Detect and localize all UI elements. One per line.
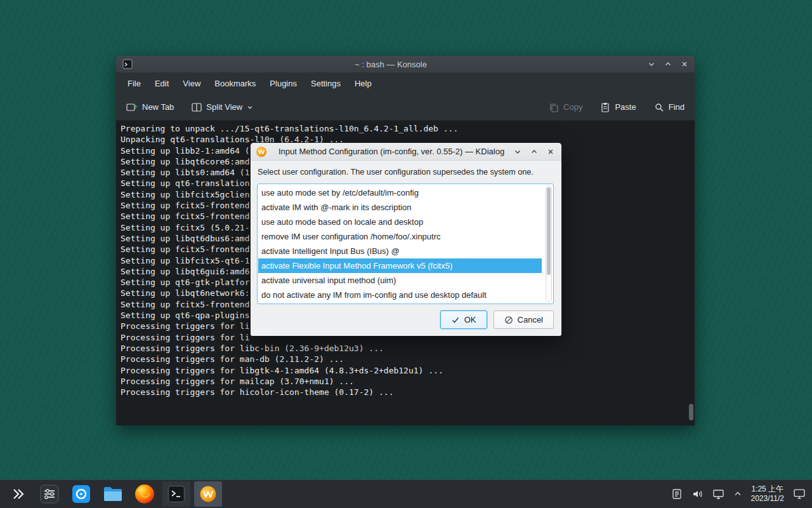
new-tab-label: New Tab	[142, 102, 174, 112]
list-scrollbar[interactable]	[546, 185, 552, 302]
cancel-button[interactable]: Cancel	[494, 311, 554, 329]
new-tab-button[interactable]: New Tab	[126, 102, 174, 112]
split-view-icon	[192, 102, 202, 112]
paste-button[interactable]: Paste	[600, 102, 636, 112]
maximize-button[interactable]	[662, 58, 674, 70]
menu-item[interactable]: Settings	[304, 76, 348, 91]
list-item[interactable]: remove IM user configuration /home/foo/.…	[258, 229, 542, 244]
list-item[interactable]: activate Intelligent Input Bus (IBus) @	[258, 244, 542, 258]
show-desktop-button[interactable]	[793, 488, 806, 500]
menu-item[interactable]: Help	[348, 76, 379, 91]
find-button[interactable]: Find	[654, 102, 684, 112]
menu-item[interactable]: Plugins	[263, 76, 304, 91]
chevron-up-icon	[733, 490, 742, 498]
folder-icon	[103, 486, 123, 502]
firefox-launcher[interactable]	[131, 481, 159, 507]
menu-item[interactable]: View	[176, 76, 207, 91]
konsole-task[interactable]	[162, 481, 190, 507]
dialog-window-controls	[512, 146, 556, 157]
terminal-line: Processing triggers for libgtk-4-1:amd64…	[121, 365, 695, 376]
maximize-icon	[530, 148, 538, 156]
list-item-label: remove IM user configuration /home/foo/.…	[261, 232, 441, 241]
copy-label: Copy	[563, 102, 582, 112]
menu-bar: File Edit View Bookmarks Plugins Setting…	[116, 72, 695, 94]
im-config-list[interactable]: use auto mode set by /etc/default/im-con…	[257, 184, 554, 304]
clipboard-icon	[671, 488, 683, 500]
ok-button[interactable]: OK	[440, 311, 487, 329]
list-item[interactable]: use auto mode based on locale and deskto…	[258, 215, 542, 229]
blue-app-icon	[72, 485, 91, 504]
terminal-line: Processing triggers for libc-bin (2.36-9…	[121, 343, 695, 354]
volume-tray-button[interactable]	[691, 488, 704, 500]
app-launcher-button[interactable]	[4, 481, 32, 507]
chevron-down-icon	[247, 104, 253, 110]
terminal-line: Preparing to unpack .../15-qt6-translati…	[121, 123, 695, 134]
menu-item[interactable]: Bookmarks	[207, 76, 263, 91]
terminal-prompt-line: foo@foo-standardpcq35ich92009:~$	[121, 398, 695, 408]
konsole-icon	[167, 485, 185, 503]
find-label: Find	[669, 102, 684, 112]
display-tray-button[interactable]	[712, 489, 724, 500]
terminal-line: Processing triggers for man-db (2.11.2-2…	[121, 354, 695, 364]
clock[interactable]: 1:25 上午 2023/11/2	[751, 485, 785, 504]
list-scrollbar-thumb[interactable]	[547, 187, 551, 275]
clipboard-tray-button[interactable]	[671, 488, 683, 500]
terminal-scrollbar[interactable]	[688, 121, 693, 425]
terminal-line: Processing triggers for hicolor-icon-the…	[121, 387, 695, 398]
file-manager-launcher[interactable]	[99, 481, 127, 507]
kdialog-task[interactable]	[194, 481, 222, 507]
list-item[interactable]: do not activate any IM from im-config an…	[258, 288, 542, 302]
menu-item[interactable]: File	[121, 76, 148, 91]
konsole-app-icon	[122, 59, 133, 69]
clock-time: 1:25 上午	[751, 485, 785, 494]
tray-expander-button[interactable]	[733, 490, 742, 498]
desktop: { "konsole": { "title": "~ : bash — Kons…	[0, 0, 812, 508]
close-icon	[681, 60, 688, 68]
kdialog-titlebar[interactable]: Input Method Configuration (im-config, v…	[251, 143, 561, 161]
menu-item[interactable]: Edit	[148, 76, 176, 91]
paste-icon	[600, 102, 610, 112]
dialog-instruction: Select user configuration. The user conf…	[258, 168, 553, 177]
list-item-label: activate IM with @-mark in its descripti…	[261, 203, 411, 212]
kdialog-window: Input Method Configuration (im-config, v…	[251, 143, 561, 336]
close-icon	[547, 148, 554, 156]
copy-icon	[549, 102, 559, 112]
show-desktop-icon	[793, 488, 806, 500]
konsole-titlebar[interactable]: ~ : bash — Konsole	[116, 56, 695, 72]
list-item[interactable]: use auto mode set by /etc/default/im-con…	[258, 185, 542, 200]
im-config-icon	[256, 146, 267, 157]
list-item-label: use auto mode based on locale and deskto…	[261, 217, 423, 227]
list-item[interactable]: activate IM with @-mark in its descripti…	[258, 200, 542, 215]
copy-button[interactable]: Copy	[549, 102, 582, 112]
dialog-close-button[interactable]	[545, 146, 556, 157]
dialog-maximize-button[interactable]	[528, 146, 540, 157]
close-button[interactable]	[678, 58, 691, 70]
toolbar: New Tab Split View Copy Paste Find	[116, 94, 695, 121]
sliders-launcher[interactable]	[36, 481, 63, 507]
new-tab-icon	[126, 102, 138, 112]
clock-date: 2023/11/2	[751, 494, 785, 504]
list-item-label: do not activate any IM from im-config an…	[261, 290, 487, 300]
list-item[interactable]: activate Flexible Input Method Framework…	[258, 258, 542, 273]
kdialog-icon	[199, 485, 217, 503]
dialog-minimize-button[interactable]	[512, 146, 523, 157]
terminal-scrollbar-thumb[interactable]	[689, 404, 693, 420]
dialog-buttons: OK Cancel	[440, 311, 554, 329]
dialog-title: Input Method Configuration (im-config, v…	[271, 147, 512, 156]
blue-app-launcher[interactable]	[67, 481, 95, 507]
find-icon	[654, 102, 664, 112]
ok-check-icon	[451, 316, 460, 324]
system-tray	[671, 488, 742, 500]
maximize-icon	[664, 60, 672, 68]
split-view-button[interactable]: Split View	[192, 102, 253, 112]
paste-label: Paste	[615, 102, 636, 112]
taskbar: 1:25 上午 2023/11/2	[0, 479, 812, 508]
minimize-button[interactable]	[645, 58, 658, 70]
minimize-icon	[648, 60, 655, 68]
window-controls	[645, 58, 691, 70]
list-item-label: activate Intelligent Input Bus (IBus) @	[261, 246, 400, 256]
firefox-icon	[134, 483, 155, 505]
list-item[interactable]: activate universal input method (uim)	[258, 273, 542, 288]
ok-label: OK	[464, 315, 476, 324]
list-item-label: activate universal input method (uim)	[261, 276, 396, 285]
